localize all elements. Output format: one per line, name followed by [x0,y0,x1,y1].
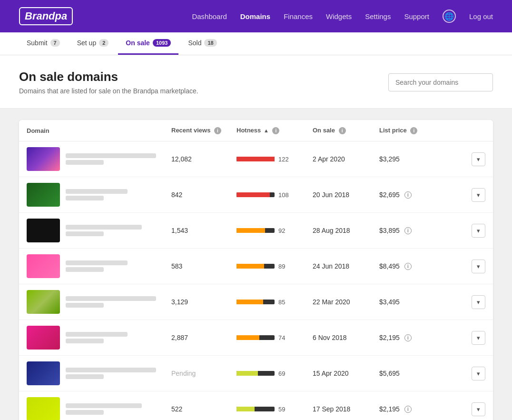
tab-sold[interactable]: Sold 18 [180,32,224,55]
col-list-price: List price i [372,120,464,141]
hotness-cell: 69 [229,356,305,391]
search-input[interactable] [388,73,493,91]
domain-name-blur-line [66,153,156,158]
table-row: 583 89 24 Jun 2018 $8,495 i ▾ [19,249,493,284]
hotness-cell: 85 [229,284,305,320]
on-sale-cell: 20 Jun 2018 [305,177,372,213]
domain-cell [19,284,164,320]
hotness-bar-bg [236,371,275,376]
list-price-cell: $3,495 [372,284,464,320]
domain-cell [19,249,164,284]
action-cell: ▾ [464,356,493,391]
nav-domains[interactable]: Domains [240,12,270,20]
tab-submit[interactable]: Submit 7 [19,32,68,55]
list-price-value: $2,195 [379,405,400,413]
hotness-bar-fill [236,335,259,340]
views-cell: 522 [164,391,229,420]
hotness-number: 92 [278,227,285,234]
domains-table-wrapper: Domain Recent views i Hotness ▲ i On sal… [19,120,493,420]
domain-name-blur-line [66,260,128,265]
action-cell: ▾ [464,177,493,213]
page-title: On sale domains [19,70,198,84]
domain-thumbnail [27,219,60,242]
domain-name-blur-line [66,296,156,301]
views-count: 12,082 [171,155,192,163]
action-dropdown-button[interactable]: ▾ [472,295,485,309]
views-cell: 842 [164,177,229,213]
list-price-cell: $2,195 i [372,391,464,420]
tab-on-sale[interactable]: On sale 1093 [118,32,178,55]
nav-finances[interactable]: Finances [284,12,313,20]
table-row: Pending 69 15 Apr 2020 $5,695 ▾ [19,356,493,391]
col-actions [464,120,493,141]
views-count: 522 [171,405,182,413]
views-pending: Pending [171,370,196,377]
action-dropdown-button[interactable]: ▾ [472,367,485,380]
action-dropdown-button[interactable]: ▾ [472,260,485,273]
table-row: 842 108 20 Jun 2018 $2,695 i ▾ [19,177,493,213]
hotness-bar-bg [236,300,275,304]
domain-thumbnail [27,147,60,171]
list-price-cell: $2,195 i [372,320,464,356]
views-cell: 1,543 [164,213,229,249]
list-price-cell: $3,895 i [372,213,464,249]
action-dropdown-button[interactable]: ▾ [472,224,485,238]
page-header: On sale domains Domains that are listed … [0,55,512,109]
list-price-value: $2,695 [379,191,400,199]
domain-name-blur-line [66,339,104,343]
domain-thumbnail [27,290,60,314]
views-cell: 12,082 [164,141,229,177]
nav-settings[interactable]: Settings [365,12,391,20]
domains-table: Domain Recent views i Hotness ▲ i On sal… [19,120,493,420]
hotness-bar-fill [236,157,275,161]
domain-name-blur-line [66,196,104,200]
list-price-value: $3,495 [379,298,400,306]
domain-name-blur-line [66,368,156,372]
hotness-cell: 89 [229,249,305,284]
table-row: 2,887 74 6 Nov 2018 $2,195 i ▾ [19,320,493,356]
tab-setup[interactable]: Set up 2 [69,32,117,55]
header: Brandpa Dashboard Domains Finances Widge… [0,0,512,32]
views-count: 2,887 [171,334,188,341]
action-dropdown-button[interactable]: ▾ [472,152,485,166]
hotness-number: 122 [278,156,289,163]
nav-logout[interactable]: Log out [469,12,493,20]
nav-widgets[interactable]: Widgets [326,12,352,20]
domain-cell [19,213,164,249]
tab-setup-label: Set up [77,39,96,47]
hotness-info-icon: i [272,127,279,134]
domain-name-blur-line [66,410,104,415]
nav-support[interactable]: Support [404,12,429,20]
hotness-number: 74 [278,334,285,341]
tab-on-sale-badge: 1093 [153,39,171,47]
domain-cell [19,177,164,213]
views-cell: 3,129 [164,284,229,320]
list-price-value: $3,295 [379,155,400,163]
nav-dashboard[interactable]: Dashboard [192,12,226,20]
list-price-value: $5,695 [379,370,400,377]
views-cell: 2,887 [164,320,229,356]
list-price-cell: $2,695 i [372,177,464,213]
action-cell: ▾ [464,141,493,177]
domain-name-blur-line [66,403,142,408]
language-icon[interactable]: 🌐 [443,10,456,23]
table-row: 522 59 17 Sep 2018 $2,195 i ▾ [19,391,493,420]
on-sale-cell: 17 Sep 2018 [305,391,372,420]
action-dropdown-button[interactable]: ▾ [472,188,485,202]
hotness-bar-bg [236,407,275,411]
domain-name [66,403,142,415]
page-subtitle: Domains that are listed for sale on the … [19,87,198,95]
views-cell: Pending [164,356,229,391]
action-cell: ▾ [464,284,493,320]
on-sale-cell: 28 Aug 2018 [305,213,372,249]
action-dropdown-button[interactable]: ▾ [472,331,485,345]
col-views: Recent views i [164,120,229,141]
on-sale-info-icon: i [339,127,346,134]
action-dropdown-button[interactable]: ▾ [472,402,485,416]
hotness-number: 85 [278,299,285,306]
page-header-text: On sale domains Domains that are listed … [19,70,198,95]
views-info-icon: i [214,127,221,134]
views-count: 842 [171,191,182,199]
hotness-bar-fill [236,228,265,233]
hotness-number: 89 [278,263,285,270]
